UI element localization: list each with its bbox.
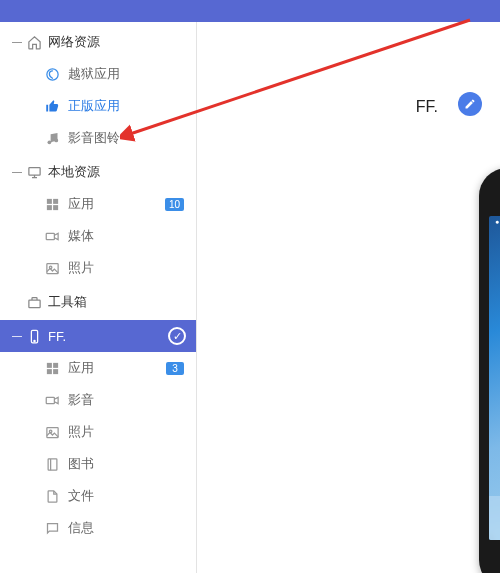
device-preview: ●●●●●100% 9:41 信息日历照片相机天气时钟地图视频备忘录提醒事项股市… — [479, 168, 500, 573]
music-note-icon — [44, 130, 60, 146]
svg-rect-4 — [46, 198, 51, 203]
item-label: 影音图铃 — [68, 129, 120, 147]
count-badge: 3 — [166, 362, 184, 375]
svg-rect-21 — [48, 458, 57, 469]
sidebar-item-device-apps[interactable]: 应用 3 — [0, 352, 196, 384]
item-label: 媒体 — [68, 227, 94, 245]
item-label: 图书 — [68, 455, 94, 473]
svg-rect-15 — [53, 362, 58, 367]
item-label: 信息 — [68, 519, 94, 537]
item-label: 越狱应用 — [68, 65, 120, 83]
svg-rect-18 — [46, 397, 54, 403]
check-icon: ✓ — [168, 327, 186, 345]
count-badge: 10 — [165, 198, 184, 211]
sidebar-item-local-media[interactable]: 媒体 — [0, 220, 196, 252]
svg-point-1 — [47, 140, 51, 144]
item-label: 照片 — [68, 259, 94, 277]
pencil-icon — [464, 98, 476, 110]
sidebar-item-local-apps[interactable]: 应用 10 — [0, 188, 196, 220]
svg-rect-6 — [46, 205, 51, 210]
file-icon — [44, 488, 60, 504]
sidebar-item-jailbreak-apps[interactable]: 越狱应用 — [0, 58, 196, 90]
jailbreak-icon — [44, 66, 60, 82]
book-icon — [44, 456, 60, 472]
svg-rect-16 — [46, 369, 51, 374]
status-bar: ●●●●●100% — [489, 216, 500, 230]
phone-icon — [26, 328, 42, 344]
video-camera-icon — [44, 228, 60, 244]
phone-screen: ●●●●●100% 9:41 信息日历照片相机天气时钟地图视频备忘录提醒事项股市… — [489, 216, 500, 540]
svg-point-2 — [54, 138, 58, 142]
video-camera-icon — [44, 392, 60, 408]
home-icon — [26, 34, 42, 50]
apps-grid-icon — [44, 196, 60, 212]
main-pane: FF. ●●●●●100% 9:41 信息日历照片相机天气时钟地图视频备忘录提醒… — [197, 22, 500, 573]
section-network-resources[interactable]: — 网络资源 — [0, 26, 196, 58]
svg-rect-14 — [46, 362, 51, 367]
item-label: 影音 — [68, 391, 94, 409]
section-label: FF. — [48, 329, 66, 344]
item-label: 正版应用 — [68, 97, 120, 115]
svg-rect-7 — [53, 205, 58, 210]
device-name-label: FF. — [416, 98, 438, 116]
item-label: 文件 — [68, 487, 94, 505]
monitor-icon — [26, 164, 42, 180]
item-label: 照片 — [68, 423, 94, 441]
sidebar-item-genuine-apps[interactable]: 正版应用 — [0, 90, 196, 122]
apps-grid-icon — [44, 360, 60, 376]
collapse-icon: — — [12, 167, 20, 177]
briefcase-icon — [26, 294, 42, 310]
sidebar-item-media-ringtones[interactable]: 影音图铃 — [0, 122, 196, 154]
svg-rect-5 — [53, 198, 58, 203]
image-icon — [44, 260, 60, 276]
sidebar-item-device-messages[interactable]: 信息 — [0, 512, 196, 544]
section-local-resources[interactable]: — 本地资源 — [0, 156, 196, 188]
item-label: 应用 — [68, 359, 94, 377]
edit-device-name-button[interactable] — [458, 92, 482, 116]
svg-rect-8 — [46, 233, 54, 239]
section-device[interactable]: — FF. ✓ — [0, 320, 196, 352]
sidebar-item-device-books[interactable]: 图书 — [0, 448, 196, 480]
sidebar-item-local-photos[interactable]: 照片 — [0, 252, 196, 284]
svg-point-13 — [33, 340, 34, 341]
section-toolbox[interactable]: 工具箱 — [0, 286, 196, 318]
image-icon — [44, 424, 60, 440]
svg-rect-17 — [53, 369, 58, 374]
section-label: 工具箱 — [48, 293, 87, 311]
collapse-icon: — — [12, 37, 20, 47]
section-label: 网络资源 — [48, 33, 100, 51]
thumbs-up-icon — [44, 98, 60, 114]
item-label: 应用 — [68, 195, 94, 213]
sidebar-item-device-files[interactable]: 文件 — [0, 480, 196, 512]
sidebar-item-device-photos[interactable]: 照片 — [0, 416, 196, 448]
sidebar-item-device-media[interactable]: 影音 — [0, 384, 196, 416]
svg-rect-11 — [28, 300, 39, 308]
title-bar — [0, 0, 500, 22]
collapse-icon: — — [12, 331, 20, 341]
svg-rect-3 — [28, 167, 39, 175]
sidebar: — 网络资源 越狱应用 正版应用 影音图铃 — 本地资源 — [0, 22, 197, 573]
section-label: 本地资源 — [48, 163, 100, 181]
chat-icon — [44, 520, 60, 536]
